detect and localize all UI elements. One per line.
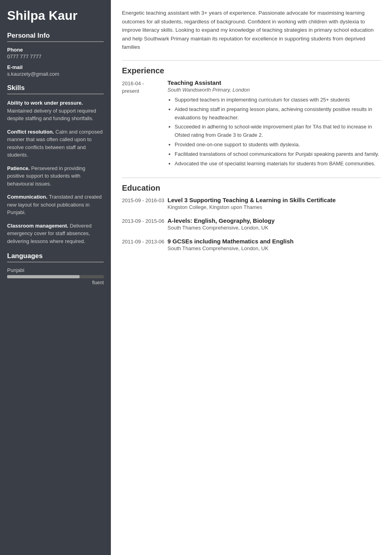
experience-title: Teaching Assistant	[167, 79, 381, 86]
experience-divider	[122, 60, 381, 61]
skill-name: Communication.	[7, 194, 49, 200]
language-level: fluent	[7, 280, 104, 285]
language-item: Punjabifluent	[7, 267, 104, 285]
experience-section: Experience 2016-04 -presentTeaching Assi…	[122, 66, 381, 169]
experience-date: 2016-04 -present	[122, 79, 167, 169]
education-institution: South Thames Comprehensive, London, UK	[167, 245, 381, 251]
skill-name: Classroom management.	[7, 223, 70, 229]
experience-bullet: Succeeded in adhering to school-wide imp…	[175, 123, 381, 140]
education-details: Level 3 Supporting Teaching & Learning i…	[167, 197, 381, 210]
skill-item: Conflict resolution. Calm and composed m…	[7, 128, 104, 159]
language-name: Punjabi	[7, 267, 104, 273]
phone-value: 0777 777 7777	[7, 54, 104, 59]
education-date: 2015-09 - 2016-03	[122, 197, 167, 210]
main-content: Energetic teaching assistant with 3+ yea…	[111, 0, 392, 555]
skills-section-title: Skills	[7, 84, 104, 94]
education-title: 9 GCSEs including Mathematics and Englis…	[167, 238, 381, 245]
education-entry: 2011-09 - 2013-069 GCSEs including Mathe…	[122, 238, 381, 251]
education-section-title: Education	[122, 184, 381, 193]
education-institution: Kingston College, Kingston upon Thames	[167, 204, 381, 210]
language-bar-container	[7, 275, 104, 278]
education-entry: 2015-09 - 2016-03Level 3 Supporting Teac…	[122, 197, 381, 210]
education-details: A-levels: English, Geography, BiologySou…	[167, 217, 381, 231]
education-institution: South Thames Comprehensive, London, UK	[167, 225, 381, 231]
experience-bullet: Facilitated translations of school commu…	[175, 150, 381, 159]
experience-bullet: Aided teaching staff in preparing lesson…	[175, 105, 381, 122]
personal-info-section-title: Personal Info	[7, 32, 104, 42]
education-date: 2011-09 - 2013-06	[122, 238, 167, 251]
education-details: 9 GCSEs including Mathematics and Englis…	[167, 238, 381, 251]
experience-entry: 2016-04 -presentTeaching AssistantSouth …	[122, 79, 381, 169]
experience-bullet: Advocated the use of specialist learning…	[175, 160, 381, 168]
sidebar: Shilpa Kaur Personal Info Phone 0777 777…	[0, 0, 111, 555]
candidate-name: Shilpa Kaur	[7, 8, 104, 23]
language-bar	[7, 275, 80, 278]
education-title: Level 3 Supporting Teaching & Learning i…	[167, 197, 381, 203]
skill-description: Maintained delivery of support required …	[7, 108, 96, 122]
email-value: s.kaurzety@gmail.com	[7, 71, 104, 77]
skill-name: Patience.	[7, 165, 31, 171]
education-entries: 2015-09 - 2016-03Level 3 Supporting Teac…	[122, 197, 381, 251]
experience-bullet: Provided one-on-one support to students …	[175, 141, 381, 149]
education-entry: 2013-09 - 2015-06A-levels: English, Geog…	[122, 217, 381, 231]
skill-item: Patience. Persevered in providing positi…	[7, 165, 104, 188]
skill-item: Ability to work under pressure. Maintain…	[7, 99, 104, 122]
education-divider	[122, 178, 381, 178]
summary-text: Energetic teaching assistant with 3+ yea…	[122, 9, 381, 52]
experience-details: Teaching AssistantSouth Wandsworth Prima…	[167, 79, 381, 169]
education-section: Education 2015-09 - 2016-03Level 3 Suppo…	[122, 184, 381, 251]
experience-entries: 2016-04 -presentTeaching AssistantSouth …	[122, 79, 381, 169]
email-label: E-mail	[7, 64, 104, 70]
skill-name: Ability to work under pressure.	[7, 100, 83, 106]
education-date: 2013-09 - 2015-06	[122, 217, 167, 231]
education-title: A-levels: English, Geography, Biology	[167, 217, 381, 224]
experience-bullets: Supported teachers in implementing curri…	[167, 96, 381, 168]
experience-subtitle: South Wandsworth Primary, London	[167, 87, 381, 93]
skills-list: Ability to work under pressure. Maintain…	[7, 99, 104, 245]
phone-label: Phone	[7, 47, 104, 53]
skill-item: Communication. Translated and created ne…	[7, 193, 104, 216]
skill-name: Conflict resolution.	[7, 129, 55, 135]
languages-list: Punjabifluent	[7, 267, 104, 285]
experience-bullet: Supported teachers in implementing curri…	[175, 96, 381, 104]
experience-section-title: Experience	[122, 66, 381, 75]
skill-item: Classroom management. Delivered emergenc…	[7, 222, 104, 245]
languages-section-title: Languages	[7, 252, 104, 262]
